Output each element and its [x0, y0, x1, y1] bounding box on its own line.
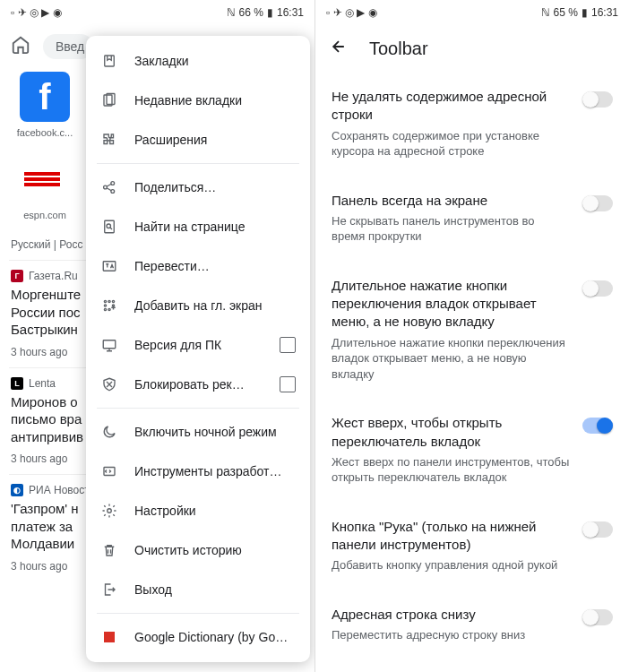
- desktop-icon: [100, 336, 118, 354]
- menu-item-desktop[interactable]: Версия для ПК: [86, 325, 310, 365]
- svg-rect-1: [24, 177, 60, 181]
- setting-subtitle: Не скрывать панель инструментов во время…: [332, 213, 570, 245]
- svg-point-16: [104, 308, 106, 310]
- toggle[interactable]: [582, 521, 613, 538]
- svg-point-13: [108, 300, 110, 302]
- exit-icon: [100, 581, 118, 599]
- menu-item-settings[interactable]: Настройки: [86, 491, 310, 530]
- translate-icon: [100, 257, 118, 275]
- menu-item-trash[interactable]: Очистить историю: [86, 530, 310, 570]
- toggle[interactable]: [582, 609, 613, 625]
- checkbox[interactable]: [280, 376, 296, 392]
- setting-row[interactable]: Панель всегда на экранеНе скрывать панел…: [332, 176, 613, 261]
- checkbox[interactable]: [280, 337, 296, 353]
- menu-item-recent[interactable]: Недавние вкладки: [86, 81, 310, 120]
- setting-title: Длительное нажатие кнопки переключения в…: [332, 277, 570, 332]
- menu-item-label: Блокировать рек…: [134, 377, 263, 392]
- dict-icon: [100, 628, 118, 646]
- news-source: Газета.Ru: [29, 270, 78, 282]
- menu-item-bookmark[interactable]: Закладки: [86, 41, 310, 81]
- status-bar: ▫ ✈ ◎ ▶ ◉ ℕ65 %▮16:31: [315, 0, 629, 25]
- svg-rect-9: [105, 220, 115, 233]
- svg-rect-3: [105, 56, 115, 66]
- setting-subtitle: Сохранять содержимое при установке курсо…: [332, 128, 570, 159]
- toggle[interactable]: [582, 91, 613, 108]
- menu-item-find[interactable]: Найти на странице: [86, 207, 310, 246]
- recent-icon: [100, 91, 118, 109]
- settings-list: Не удалять содержимое адресной строкиСох…: [315, 72, 629, 659]
- back-icon[interactable]: [330, 38, 348, 59]
- menu-item-label: Настройки: [134, 504, 296, 518]
- svg-point-12: [104, 300, 106, 302]
- menu-item-label: Выход: [134, 582, 296, 597]
- setting-row[interactable]: Не удалять содержимое адресной строкиСох…: [332, 72, 613, 176]
- browser-menu: ЗакладкиНедавние вкладкиРасширенияПодели…: [86, 36, 310, 662]
- page-title: Toolbar: [369, 39, 428, 59]
- menu-item-label: Включить ночной режим: [134, 425, 296, 439]
- shield-icon: [100, 375, 118, 393]
- setting-subtitle: Жест вверх по панели инструментов, чтобы…: [332, 454, 570, 486]
- toggle[interactable]: [582, 195, 613, 211]
- menu-item-moon[interactable]: Включить ночной режим: [86, 412, 310, 452]
- menu-item-label: Очистить историю: [134, 543, 296, 557]
- news-title: 'Газпром' нплатеж заМолдавии: [11, 500, 91, 553]
- menu-item-share[interactable]: Поделиться…: [86, 168, 310, 207]
- menu-item-label: Закладки: [134, 54, 296, 68]
- home-icon[interactable]: [11, 35, 30, 58]
- settings-icon: [100, 502, 118, 520]
- devtools-icon: [100, 462, 118, 480]
- menu-item-shield[interactable]: Блокировать рек…: [86, 365, 310, 404]
- svg-rect-11: [103, 262, 116, 271]
- bookmark-icon: [100, 52, 118, 70]
- setting-title: Кнопка "Рука" (только на нижней панели и…: [332, 518, 570, 555]
- share-icon: [100, 178, 118, 196]
- menu-item-label: Версия для ПК: [134, 338, 263, 352]
- menu-item-label: Расширения: [134, 133, 296, 147]
- svg-rect-0: [24, 172, 60, 176]
- menu-item-label: Недавние вкладки: [134, 93, 296, 108]
- status-bar: ▫ ✈ ◎ ▶ ◉ ℕ66 %▮16:31: [0, 0, 314, 25]
- setting-subtitle: Длительное нажатие кнопки переключения в…: [332, 335, 570, 383]
- setting-subtitle: Переместить адресную строку вниз: [332, 627, 570, 643]
- menu-item-translate[interactable]: Перевести…: [86, 246, 310, 286]
- setting-row[interactable]: Жест вверх, чтобы открыть переключатель …: [332, 398, 613, 502]
- site-tile[interactable]: espn.com: [9, 154, 81, 220]
- svg-rect-19: [103, 340, 116, 349]
- settings-header: Toolbar: [315, 25, 629, 72]
- setting-row[interactable]: Длительное нажатие кнопки переключения в…: [332, 261, 613, 398]
- setting-title: Не удалять содержимое адресной строки: [332, 88, 570, 125]
- svg-point-15: [104, 305, 106, 306]
- menu-item-label: Поделиться…: [134, 180, 296, 194]
- menu-item-label: Добавить на гл. экран: [134, 298, 296, 313]
- menu-item-dict[interactable]: Google Dictionary (by Go…: [86, 617, 310, 657]
- addhome-icon: [100, 297, 118, 314]
- setting-title: Панель всегда на экране: [332, 192, 570, 210]
- news-title: Миронов описьмо враантипривив: [11, 393, 91, 446]
- find-icon: [100, 218, 118, 236]
- menu-item-devtools[interactable]: Инструменты разработ…: [86, 452, 310, 491]
- setting-row[interactable]: Кнопка "Рука" (только на нижней панели и…: [332, 502, 613, 590]
- menu-item-addhome[interactable]: Добавить на гл. экран: [86, 286, 310, 325]
- menu-item-exit[interactable]: Выход: [86, 570, 310, 609]
- svg-point-14: [112, 300, 114, 302]
- site-tile[interactable]: ffacebook.c...: [9, 72, 81, 138]
- menu-item-label: Инструменты разработ…: [134, 464, 296, 478]
- news-title: МоргенштеРоссии посБастрыкин: [11, 286, 91, 339]
- svg-rect-22: [104, 632, 115, 642]
- setting-title: Жест вверх, чтобы открыть переключатель …: [332, 414, 570, 451]
- setting-row[interactable]: Адресная строка снизуПереместить адресну…: [332, 590, 613, 659]
- setting-title: Адресная строка снизу: [332, 606, 570, 624]
- menu-item-label: Перевести…: [134, 259, 296, 273]
- screen-browser: ▫ ✈ ◎ ▶ ◉ ℕ66 %▮16:31 Введ ffacebook.c..…: [0, 0, 314, 672]
- toggle[interactable]: [582, 418, 613, 434]
- menu-item-ext[interactable]: Расширения: [86, 120, 310, 159]
- screen-settings: ▫ ✈ ◎ ▶ ◉ ℕ65 %▮16:31 Toolbar Не удалять…: [314, 0, 629, 672]
- ext-icon: [100, 131, 118, 149]
- menu-item-label: Google Dictionary (by Go…: [134, 630, 296, 644]
- moon-icon: [100, 423, 118, 441]
- news-source: РИА Новост: [29, 484, 90, 496]
- svg-rect-2: [24, 183, 60, 186]
- toggle[interactable]: [582, 280, 613, 297]
- svg-point-21: [108, 509, 112, 513]
- setting-subtitle: Добавить кнопку управления одной рукой: [332, 557, 570, 573]
